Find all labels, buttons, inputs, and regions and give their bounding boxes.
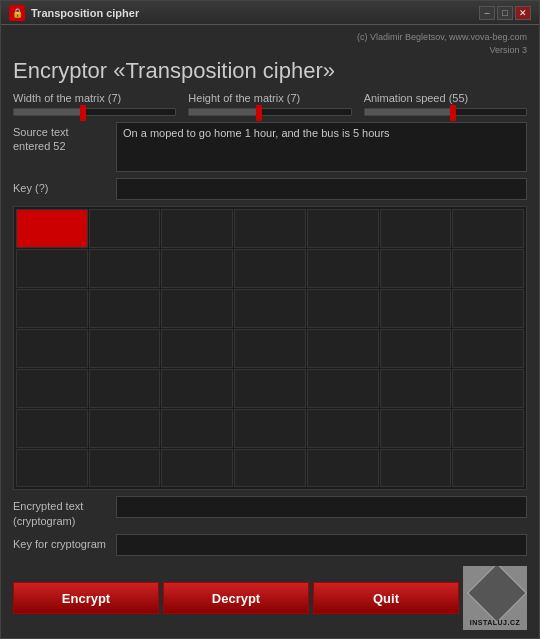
- width-slider-track[interactable]: [13, 108, 176, 116]
- matrix-cell: [307, 209, 379, 248]
- credit-line2: Version 3: [489, 45, 527, 55]
- credit-line1: (c) Vladimir Begletsov, www.vova-beg.com: [357, 32, 527, 42]
- matrix-cell: [307, 249, 379, 288]
- matrix-cell: [16, 289, 88, 328]
- buttons-row: Encrypt Decrypt Quit: [13, 566, 527, 630]
- height-slider-group: Height of the matrix (7): [188, 92, 351, 116]
- key-cryptogram-row: Key for cryptogram: [13, 534, 527, 556]
- window-controls: – □ ✕: [479, 6, 531, 20]
- width-slider-group: Width of the matrix (7): [13, 92, 176, 116]
- matrix-cell: [89, 329, 161, 368]
- matrix-cell: [380, 289, 452, 328]
- key-cryptogram-input[interactable]: [116, 534, 527, 556]
- width-slider-thumb[interactable]: [80, 105, 86, 121]
- matrix-cell: [234, 409, 306, 448]
- window-icon: 🔒: [9, 5, 25, 21]
- matrix-cell: [307, 329, 379, 368]
- matrix-cell: [452, 289, 524, 328]
- matrix-cell: [380, 209, 452, 248]
- bottom-section: Encrypted text (cryptogram) Key for cryp…: [13, 496, 527, 630]
- matrix-cell: [234, 209, 306, 248]
- key-label: Key (?): [13, 178, 108, 195]
- matrix-cell: [234, 329, 306, 368]
- encrypted-text-input[interactable]: [116, 496, 527, 518]
- credit-text: (c) Vladimir Begletsov, www.vova-beg.com…: [13, 31, 527, 56]
- width-slider-fill: [14, 109, 83, 115]
- animation-slider-group: Animation speed (55): [364, 92, 527, 116]
- matrix-cell: [380, 369, 452, 408]
- matrix-cell: [234, 249, 306, 288]
- matrix-wrapper: [13, 206, 527, 490]
- matrix-cell: [307, 289, 379, 328]
- source-text-label: Source text entered 52: [13, 122, 108, 154]
- encrypted-text-label: Encrypted text (cryptogram): [13, 496, 108, 528]
- animation-slider-track[interactable]: [364, 108, 527, 116]
- matrix-cell: [161, 409, 233, 448]
- height-slider-track[interactable]: [188, 108, 351, 116]
- matrix-cell: [452, 329, 524, 368]
- matrix-cell: [161, 209, 233, 248]
- main-window: 🔒 Transposition cipher – □ ✕ (c) Vladimi…: [0, 0, 540, 639]
- animation-slider-thumb[interactable]: [450, 105, 456, 121]
- matrix-cell: [89, 449, 161, 488]
- animation-slider-label: Animation speed (55): [364, 92, 527, 104]
- matrix-cell: [16, 209, 88, 248]
- title-bar: 🔒 Transposition cipher – □ ✕: [1, 1, 539, 25]
- matrix-cell: [16, 409, 88, 448]
- key-row: Key (?): [13, 178, 527, 200]
- matrix-cell: [234, 369, 306, 408]
- app-title: Encryptor «Transposition cipher»: [13, 58, 527, 84]
- matrix-cell: [89, 249, 161, 288]
- decrypt-button[interactable]: Decrypt: [163, 582, 309, 614]
- matrix-cell: [161, 289, 233, 328]
- matrix-cell: [452, 409, 524, 448]
- matrix-cell: [307, 449, 379, 488]
- matrix-cell: [452, 209, 524, 248]
- matrix-cell: [89, 209, 161, 248]
- matrix-cell: [307, 369, 379, 408]
- close-button[interactable]: ✕: [515, 6, 531, 20]
- encrypted-text-row: Encrypted text (cryptogram): [13, 496, 527, 528]
- width-slider-label: Width of the matrix (7): [13, 92, 176, 104]
- matrix-cell: [452, 449, 524, 488]
- matrix-cell: [234, 289, 306, 328]
- matrix-cell: [16, 329, 88, 368]
- matrix-cell: [16, 449, 88, 488]
- matrix-cell: [234, 449, 306, 488]
- height-slider-fill: [189, 109, 258, 115]
- content-area: (c) Vladimir Begletsov, www.vova-beg.com…: [1, 25, 539, 638]
- matrix-cell: [380, 249, 452, 288]
- matrix-cell: [161, 329, 233, 368]
- matrix-cell: [380, 449, 452, 488]
- key-input[interactable]: [116, 178, 527, 200]
- height-slider-label: Height of the matrix (7): [188, 92, 351, 104]
- height-slider-thumb[interactable]: [256, 105, 262, 121]
- window-title: Transposition cipher: [31, 7, 479, 19]
- matrix-cell: [380, 409, 452, 448]
- matrix-cell: [16, 369, 88, 408]
- matrix-cell: [161, 449, 233, 488]
- maximize-button[interactable]: □: [497, 6, 513, 20]
- matrix-cell: [89, 409, 161, 448]
- matrix-cell: [380, 329, 452, 368]
- matrix-cell: [161, 249, 233, 288]
- matrix-cell: [89, 369, 161, 408]
- matrix-cell: [452, 249, 524, 288]
- matrix-cell: [161, 369, 233, 408]
- matrix-cell: [16, 249, 88, 288]
- source-text-row: Source text entered 52: [13, 122, 527, 172]
- matrix-cell: [307, 409, 379, 448]
- matrix-grid: [13, 206, 527, 490]
- matrix-cell: [89, 289, 161, 328]
- minimize-button[interactable]: –: [479, 6, 495, 20]
- sliders-row: Width of the matrix (7) Height of the ma…: [13, 92, 527, 116]
- quit-button[interactable]: Quit: [313, 582, 459, 614]
- animation-slider-fill: [365, 109, 454, 115]
- source-text-input[interactable]: [116, 122, 527, 172]
- encrypt-button[interactable]: Encrypt: [13, 582, 159, 614]
- matrix-cell: [452, 369, 524, 408]
- instaluj-badge: [463, 566, 527, 630]
- key-cryptogram-label: Key for cryptogram: [13, 534, 108, 551]
